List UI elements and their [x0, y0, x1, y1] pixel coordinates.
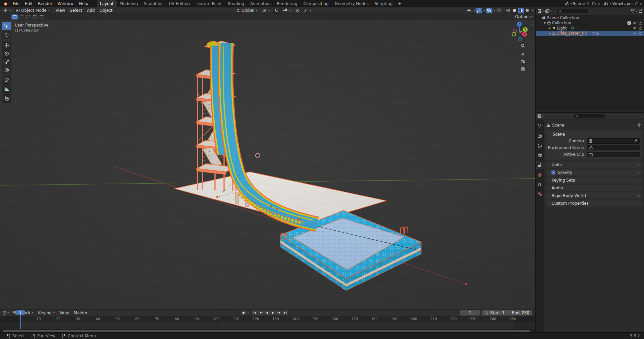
outliner-editor-icon[interactable]: [537, 9, 542, 13]
scene-selector[interactable]: ▾ Scene ✕: [564, 1, 600, 6]
visibility-dropdown[interactable]: [466, 8, 472, 13]
auto-keying-button[interactable]: [241, 310, 246, 315]
snap-toggle[interactable]: [273, 8, 281, 13]
panel-units[interactable]: ›Units∷∷: [546, 161, 642, 168]
properties-tab-output[interactable]: [536, 142, 544, 149]
workspace-tab-layout[interactable]: Layout: [97, 0, 117, 7]
select-mode-intersect[interactable]: [38, 14, 45, 19]
shading-material-button[interactable]: [518, 8, 524, 13]
properties-tab-scene[interactable]: [536, 161, 544, 169]
gizmo-minus-z[interactable]: [518, 38, 522, 41]
disclosure-icon[interactable]: ▼: [543, 21, 547, 25]
workspace-tab-modeling[interactable]: Modeling: [117, 0, 141, 7]
tool-move[interactable]: [2, 41, 11, 49]
new-scene-icon[interactable]: [592, 1, 596, 6]
select-mode-extend[interactable]: [18, 14, 24, 19]
menu-render[interactable]: Render: [35, 0, 55, 7]
pivot-dropdown[interactable]: ▾: [260, 8, 271, 13]
hide-eye-icon[interactable]: [633, 31, 637, 36]
disclosure-icon[interactable]: ▶: [548, 27, 552, 30]
properties-search-input[interactable]: [580, 114, 600, 118]
tool-scale[interactable]: [2, 58, 11, 66]
editor-type-button[interactable]: ▾: [1, 8, 12, 13]
mode-dropdown[interactable]: Object Mode ▾: [14, 8, 51, 13]
menu-help[interactable]: Help: [76, 0, 91, 7]
properties-tab-render[interactable]: [536, 132, 544, 140]
next-keyframe-button[interactable]: [276, 310, 282, 315]
tool-measure[interactable]: [2, 84, 11, 93]
perspective-toggle-button[interactable]: [519, 65, 527, 72]
properties-tab-object[interactable]: [536, 181, 544, 188]
panel-audio[interactable]: ›Audio∷∷: [546, 185, 642, 191]
playhead[interactable]: [20, 315, 21, 329]
sidebar-collapse-arrow[interactable]: ‹: [532, 23, 533, 26]
unlink-scene-icon[interactable]: ✕: [597, 2, 600, 6]
zoom-view-button[interactable]: [519, 42, 527, 49]
xray-toggle[interactable]: [496, 8, 502, 13]
properties-search[interactable]: [573, 114, 605, 119]
viewport-menu-object[interactable]: Object: [97, 8, 115, 13]
workspace-tab-animation[interactable]: Animation: [247, 0, 274, 7]
pin-icon[interactable]: [637, 123, 642, 128]
hide-eye-icon[interactable]: [633, 21, 637, 25]
hide-eye-icon[interactable]: [633, 26, 637, 30]
select-mode-new[interactable]: [11, 14, 18, 19]
current-frame-field[interactable]: 1: [460, 310, 480, 316]
shading-solid-button[interactable]: [512, 8, 518, 13]
timeline-tracks[interactable]: [0, 322, 535, 329]
current-frame-badge[interactable]: 1: [16, 310, 25, 315]
viewport-canvas[interactable]: User Perspective (1) Collection Z Y X ‹: [0, 20, 535, 309]
panel-keying-sets[interactable]: ›Keying Sets∷∷: [546, 177, 642, 184]
menu-window[interactable]: Window: [55, 0, 76, 7]
workspace-tab-rendering[interactable]: Rendering: [274, 0, 300, 7]
disclosure-icon[interactable]: ▶: [548, 32, 552, 35]
gravity-checkbox[interactable]: ✓: [551, 171, 555, 175]
scrollbar-thumb[interactable]: [3, 330, 530, 332]
outliner-search-input[interactable]: [563, 9, 583, 13]
properties-tab-view-layer[interactable]: [536, 152, 544, 159]
workspace-tab-geometry-nodes[interactable]: Geometry Nodes: [332, 0, 372, 7]
select-mode-subtract[interactable]: [25, 14, 31, 19]
field-camera[interactable]: [587, 138, 640, 144]
timeline-menu-keying[interactable]: Keying▾: [36, 310, 57, 315]
workspace-tab-sculpting[interactable]: Sculpting: [141, 0, 166, 7]
tool-select-box[interactable]: [2, 22, 11, 30]
exclude-checkbox-icon[interactable]: [627, 21, 631, 25]
workspace-tab-shading[interactable]: Shading: [225, 0, 247, 7]
outliner-search[interactable]: [556, 9, 589, 14]
workspace-tab-texture-paint[interactable]: Texture Paint: [193, 0, 225, 7]
properties-tab-world[interactable]: [536, 171, 544, 179]
menu-file[interactable]: File: [10, 0, 22, 7]
shading-rendered-button[interactable]: [524, 8, 531, 13]
menu-edit[interactable]: Edit: [22, 0, 35, 7]
properties-editor-icon[interactable]: [537, 114, 542, 118]
pan-view-button[interactable]: [519, 50, 527, 57]
options-dropdown[interactable]: Options ▾: [515, 14, 533, 19]
remove-viewlayer-icon[interactable]: ✕: [640, 2, 643, 6]
filter-icon[interactable]: [630, 9, 635, 13]
pin-icon[interactable]: [586, 1, 591, 6]
prev-keyframe-button[interactable]: [258, 310, 264, 315]
panel-custom-properties[interactable]: ›Custom Properties∷∷: [546, 200, 642, 207]
viewport-menu-view[interactable]: View: [53, 8, 67, 13]
timeline-menu-marker[interactable]: Marker: [71, 310, 90, 315]
shading-wireframe-button[interactable]: [505, 8, 512, 13]
disable-render-camera-icon[interactable]: [638, 26, 643, 30]
jump-to-start-button[interactable]: [252, 310, 258, 315]
gizmos-toggle[interactable]: [476, 8, 482, 13]
timeline-editor-icon[interactable]: [2, 310, 7, 315]
snap-settings-dropdown[interactable]: ▾: [281, 8, 292, 13]
blender-logo-icon[interactable]: [0, 1, 10, 6]
orientation-dropdown[interactable]: Global ▾: [234, 8, 259, 13]
eyedropper-icon[interactable]: [633, 139, 638, 143]
tool-transform[interactable]: [2, 66, 11, 74]
tool-annotate[interactable]: [2, 76, 11, 84]
disable-render-camera-icon[interactable]: [638, 31, 643, 36]
viewlayer-selector[interactable]: ▾ ViewLayer ✕: [604, 1, 643, 6]
workspace-tab-compositing[interactable]: Compositing: [300, 0, 331, 7]
select-mode-invert[interactable]: [32, 14, 38, 19]
panel-rigid-body-world[interactable]: ›Rigid Body World∷∷: [546, 192, 642, 199]
play-reverse-button[interactable]: [264, 310, 270, 315]
play-button[interactable]: [270, 310, 276, 315]
proportional-editing-toggle[interactable]: [293, 8, 302, 13]
